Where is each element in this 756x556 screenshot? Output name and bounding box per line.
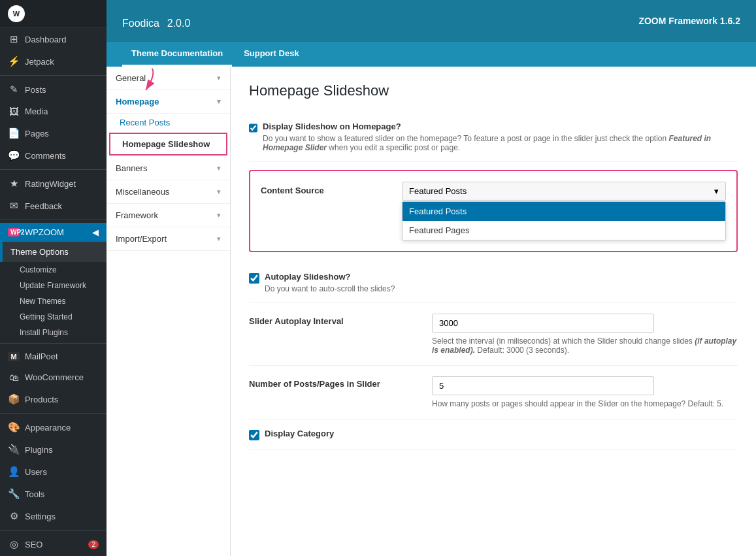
main-area: Foodica 2.0.0 ZOOM Framework 1.6.2 Theme…: [107, 0, 756, 556]
section-title: Homepage Slideshow: [249, 82, 738, 99]
content-source-dropdown[interactable]: Featured Posts ▾: [402, 182, 726, 201]
dropdown-option-featured-posts[interactable]: Featured Posts: [403, 202, 725, 221]
rating-icon: ★: [8, 178, 20, 189]
display-category-label: Display Category: [265, 429, 334, 438]
sidebar-item-rating-widget[interactable]: ★ RatingWidget: [0, 172, 107, 195]
chevron-icon: ▾: [217, 211, 221, 220]
feedback-icon: ✉: [8, 200, 20, 212]
sidebar-item-pages[interactable]: 📄 Pages: [0, 122, 107, 144]
content-source-box: Content Source Featured Posts ▾ Featured…: [249, 170, 738, 252]
sidebar-item-posts[interactable]: ✎ Posts: [0, 78, 107, 101]
left-nav-homepage-slideshow[interactable]: Homepage Slideshow: [109, 133, 227, 155]
dropdown-chevron-icon: ▾: [714, 186, 719, 196]
chevron-icon: ▾: [217, 97, 221, 106]
sidebar-item-tools[interactable]: 🔧 Tools: [0, 483, 107, 505]
mailpoet-icon: M: [8, 352, 20, 361]
users-icon: 👤: [8, 466, 20, 478]
sidebar-item-dashboard[interactable]: ⊞ Dashboard: [0, 28, 107, 50]
sidebar-item-seo[interactable]: ◎ SEO 2: [0, 533, 107, 555]
sidebar-sub-customize[interactable]: Customize: [0, 262, 107, 278]
display-slideshow-row: Display Slideshow on Homepage? Do you wa…: [249, 112, 738, 162]
sidebar-item-jetpack[interactable]: ⚡ Jetpack: [0, 50, 107, 73]
dropdown-menu: Featured Posts Featured Pages: [402, 201, 726, 240]
posts-count-input[interactable]: [432, 376, 654, 395]
left-nav: General ▾ Homepage ▾ Recent Posts Homepa…: [107, 67, 231, 556]
left-nav-banners[interactable]: Banners ▾: [107, 157, 230, 180]
right-panel: Homepage Slideshow Display Slideshow on …: [231, 67, 756, 556]
tab-theme-doc[interactable]: Theme Documentation: [122, 42, 232, 67]
header-banner: Foodica 2.0.0 ZOOM Framework 1.6.2: [107, 0, 756, 42]
left-nav-recent-posts[interactable]: Recent Posts: [107, 114, 230, 131]
sidebar-item-mailpoet[interactable]: M MailPoet: [0, 346, 107, 367]
sidebar-item-users[interactable]: 👤 Users: [0, 461, 107, 483]
autoplay-interval-label: Slider Autoplay Interval: [249, 314, 432, 326]
sidebar: W ⊞ Dashboard ⚡ Jetpack ✎ Posts 🖼 Media …: [0, 0, 107, 556]
sidebar-item-appearance[interactable]: 🎨 Appearance: [0, 416, 107, 438]
autoplay-interval-row: Slider Autoplay Interval Select the inte…: [249, 303, 738, 366]
left-nav-homepage[interactable]: Homepage ▾: [107, 90, 230, 114]
chevron-icon: ▾: [217, 164, 221, 172]
autoplay-slideshow-row: Autoplay Slideshow? Do you want to auto-…: [249, 263, 738, 303]
display-category-row: Display Category: [249, 419, 738, 450]
dropdown-option-featured-pages[interactable]: Featured Pages: [403, 221, 725, 240]
posts-icon: ✎: [8, 84, 20, 95]
tools-icon: 🔧: [8, 488, 20, 500]
wpzoom-icon: WP2: [8, 228, 20, 237]
content-source-label: Content Source: [261, 182, 391, 195]
left-nav-import-export[interactable]: Import/Export ▾: [107, 227, 230, 251]
sidebar-item-comments[interactable]: 💬 Comments: [0, 144, 107, 167]
tab-support-desk[interactable]: Support Desk: [235, 42, 308, 67]
sidebar-item-woocommerce[interactable]: 🛍 WooCommerce: [0, 367, 107, 388]
pages-icon: 📄: [8, 127, 20, 139]
sidebar-item-theme-options[interactable]: Theme Options: [0, 242, 107, 262]
chevron-icon: ▾: [217, 235, 221, 243]
left-nav-framework[interactable]: Framework ▾: [107, 204, 230, 227]
sidebar-item-feedback[interactable]: ✉ Feedback: [0, 195, 107, 217]
plugins-icon: 🔌: [8, 444, 20, 455]
autoplay-interval-help: Select the interval (in miliseconds) at …: [432, 336, 738, 355]
sidebar-item-products[interactable]: 📦 Products: [0, 388, 107, 410]
dropdown-wrapper: Featured Posts ▾ Featured Posts Featured…: [402, 182, 726, 240]
settings-icon: ⚙: [8, 510, 20, 522]
chevron-icon: ▾: [217, 74, 221, 82]
dashboard-icon: ⊞: [8, 33, 20, 45]
content-source-inner: Content Source Featured Posts ▾ Featured…: [261, 182, 726, 240]
framework-label: ZOOM Framework 1.6.2: [638, 16, 740, 26]
wp-logo-icon: W: [8, 5, 25, 22]
posts-count-help: How many posts or pages should appear in…: [432, 399, 738, 408]
posts-count-row: Number of Posts/Pages in Slider How many…: [249, 366, 738, 419]
display-slideshow-label: Display Slideshow on Homepage?: [263, 122, 738, 131]
sidebar-sub-update-framework[interactable]: Update Framework: [0, 278, 107, 293]
products-icon: 📦: [8, 393, 20, 405]
sidebar-item-settings[interactable]: ⚙ Settings: [0, 505, 107, 527]
display-slideshow-desc: Do you want to show a featured slider on…: [263, 134, 738, 152]
seo-badge: 2: [88, 540, 99, 549]
jetpack-icon: ⚡: [8, 56, 20, 67]
content-area: General ▾ Homepage ▾ Recent Posts Homepa…: [107, 67, 756, 556]
sidebar-item-wpzoom[interactable]: WP2 WPZOOM ◀: [0, 223, 107, 242]
left-nav-general[interactable]: General ▾: [107, 67, 230, 90]
tab-bar: Theme Documentation Support Desk: [107, 42, 756, 67]
chevron-icon: ▾: [217, 188, 221, 196]
seo-icon: ◎: [8, 538, 20, 550]
display-category-checkbox[interactable]: [249, 430, 259, 440]
sidebar-item-plugins[interactable]: 🔌 Plugins: [0, 438, 107, 461]
woocommerce-icon: 🛍: [8, 372, 20, 383]
comments-icon: 💬: [8, 150, 20, 161]
media-icon: 🖼: [8, 106, 20, 117]
autoplay-label: Autoplay Slideshow?: [265, 272, 395, 282]
theme-name: Foodica 2.0.0: [122, 10, 190, 31]
wp-logo[interactable]: W: [0, 0, 107, 28]
autoplay-desc: Do you want to auto-scroll the slides?: [265, 284, 395, 293]
posts-count-label: Number of Posts/Pages in Slider: [249, 376, 432, 389]
autoplay-slideshow-checkbox[interactable]: [249, 273, 259, 284]
sidebar-item-media[interactable]: 🖼 Media: [0, 101, 107, 122]
appearance-icon: 🎨: [8, 421, 20, 433]
sidebar-sub-new-themes[interactable]: New Themes: [0, 293, 107, 309]
autoplay-interval-input[interactable]: [432, 314, 654, 333]
sidebar-sub-install-plugins[interactable]: Install Plugins: [0, 325, 107, 340]
left-nav-miscellaneous[interactable]: Miscellaneous ▾: [107, 180, 230, 204]
sidebar-sub-getting-started[interactable]: Getting Started: [0, 309, 107, 325]
display-slideshow-checkbox[interactable]: [249, 123, 257, 133]
dropdown-selected-value: Featured Posts: [409, 186, 467, 196]
